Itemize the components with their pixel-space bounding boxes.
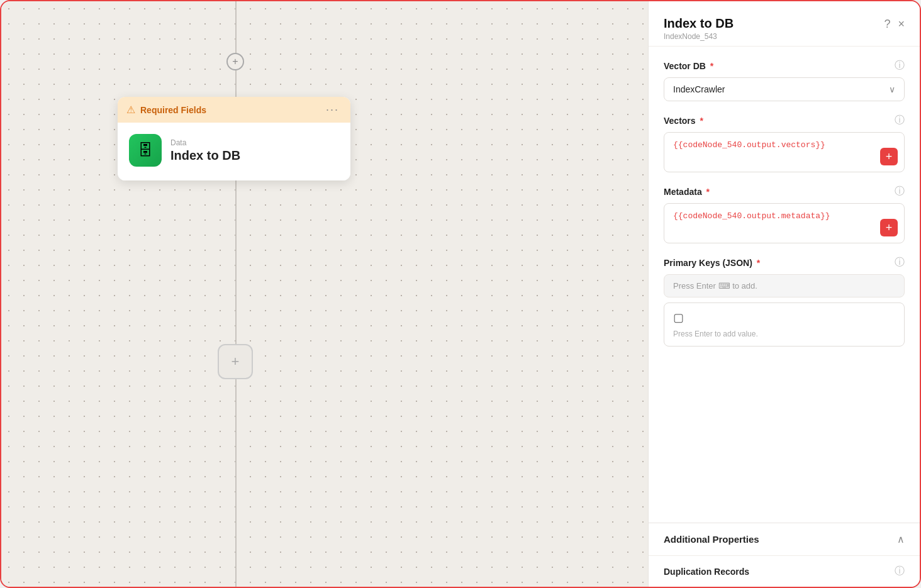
- primary-keys-input[interactable]: Press Enter ⌨ to add.: [664, 274, 905, 297]
- node-icon: 🗄: [129, 134, 162, 167]
- primary-keys-info-icon[interactable]: ⓘ: [895, 256, 905, 269]
- additional-properties-header[interactable]: Additional Properties ∧: [649, 523, 920, 555]
- metadata-label: Metadata *: [664, 187, 710, 197]
- vectors-field-group: Vectors * ⓘ {{codeNode_540.output.vector…: [664, 114, 905, 172]
- vectors-label: Vectors *: [664, 116, 703, 126]
- primary-keys-label: Primary Keys (JSON) *: [664, 258, 760, 268]
- vectors-input-area[interactable]: {{codeNode_540.output.vectors}} +: [664, 132, 905, 172]
- metadata-input-area[interactable]: {{codeNode_540.output.metadata}} +: [664, 203, 905, 243]
- dropdown-arrow-icon: ∨: [889, 84, 895, 94]
- vector-db-field-group: Vector DB * ⓘ IndexCrawler ∨: [664, 59, 905, 101]
- right-panel: Index to DB IndexNode_543 ? × Vector DB …: [648, 1, 920, 587]
- main-container: + ⚠ Required Fields ··· 🗄 Data Index to …: [0, 0, 921, 588]
- metadata-field-group: Metadata * ⓘ {{codeNode_540.output.metad…: [664, 185, 905, 243]
- canvas-area[interactable]: + ⚠ Required Fields ··· 🗄 Data Index to …: [1, 1, 648, 587]
- node-data-label: Data: [170, 138, 240, 147]
- required-fields-label: Required Fields: [140, 105, 206, 115]
- metadata-info-icon[interactable]: ⓘ: [895, 185, 905, 198]
- vector-db-info-icon[interactable]: ⓘ: [895, 59, 905, 72]
- connector-line: [235, 1, 237, 587]
- panel-subtitle: IndexNode_543: [664, 32, 734, 41]
- vector-db-selected: IndexCrawler: [673, 84, 725, 94]
- add-node-bottom-button[interactable]: +: [218, 344, 253, 379]
- metadata-add-button[interactable]: +: [880, 219, 898, 236]
- more-options-button[interactable]: ···: [323, 103, 342, 116]
- add-node-top-button[interactable]: +: [226, 53, 244, 70]
- panel-title: Index to DB: [664, 16, 734, 31]
- close-button[interactable]: ×: [898, 18, 905, 31]
- vectors-value: {{codeNode_540.output.vectors}}: [673, 140, 895, 150]
- duplication-records-info-icon[interactable]: ⓘ: [895, 565, 905, 578]
- database-icon: 🗄: [138, 141, 153, 159]
- node-title: Index to DB: [170, 148, 240, 163]
- chevron-up-icon: ∧: [897, 533, 905, 545]
- duplication-records-label: Duplication Records: [664, 567, 749, 577]
- primary-keys-value-area[interactable]: ▢ Press Enter to add value.: [664, 302, 905, 347]
- vectors-add-button[interactable]: +: [880, 148, 898, 165]
- vector-db-dropdown[interactable]: IndexCrawler ∨: [664, 77, 905, 101]
- panel-content: Vector DB * ⓘ IndexCrawler ∨ Vectors * ⓘ: [649, 47, 920, 523]
- additional-properties-title: Additional Properties: [664, 534, 759, 545]
- press-enter-hint: Press Enter to add value.: [673, 330, 895, 338]
- metadata-value: {{codeNode_540.output.metadata}}: [673, 211, 895, 221]
- additional-properties-section: Additional Properties ∧ Duplication Reco…: [649, 523, 920, 587]
- primary-keys-placeholder: Press Enter ⌨ to add.: [673, 281, 757, 291]
- duplication-records-row: Duplication Records ⓘ: [649, 555, 920, 587]
- vectors-info-icon[interactable]: ⓘ: [895, 114, 905, 127]
- primary-keys-value-icon: ▢: [673, 311, 895, 325]
- vector-db-label: Vector DB *: [664, 61, 713, 71]
- panel-header: Index to DB IndexNode_543 ? ×: [649, 1, 920, 47]
- node-card-header: ⚠ Required Fields ···: [118, 97, 350, 123]
- node-card: ⚠ Required Fields ··· 🗄 Data Index to DB: [118, 97, 350, 180]
- warning-icon: ⚠: [126, 104, 135, 116]
- node-card-body: 🗄 Data Index to DB: [118, 123, 350, 180]
- help-button[interactable]: ?: [884, 18, 890, 31]
- primary-keys-field-group: Primary Keys (JSON) * ⓘ Press Enter ⌨ to…: [664, 256, 905, 347]
